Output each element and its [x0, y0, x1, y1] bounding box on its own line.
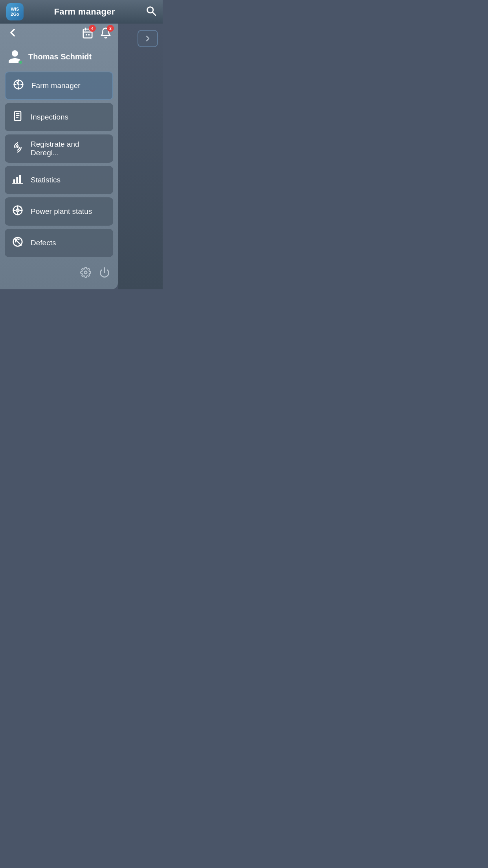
app-logo[interactable]: WIS 2Go: [6, 3, 24, 20]
registrate-icon: [11, 142, 24, 156]
menu-list: Farm manager Inspections: [0, 72, 118, 262]
farm-manager-icon: [12, 79, 25, 93]
search-icon[interactable]: [145, 5, 156, 18]
header: WIS 2Go Farm manager: [0, 0, 163, 24]
logo-line2: 2Go: [11, 12, 19, 17]
next-button[interactable]: [138, 30, 158, 47]
logo-line1: WIS: [11, 7, 19, 12]
page-title: Farm manager: [54, 7, 115, 17]
svg-point-9: [18, 83, 20, 85]
settings-button[interactable]: [80, 267, 91, 281]
calendar-button[interactable]: 4: [82, 27, 94, 40]
main-content: 4 2 Thomas: [0, 24, 163, 289]
sidebar-topbar: 4 2: [0, 24, 118, 44]
statistics-label: Statistics: [31, 176, 61, 184]
defects-label: Defects: [31, 239, 56, 247]
sidebar-item-statistics[interactable]: Statistics: [5, 166, 113, 194]
statistics-icon: [11, 173, 24, 188]
topbar-icons: 4 2: [82, 27, 112, 40]
inspections-label: Inspections: [31, 113, 68, 121]
notifications-button[interactable]: 2: [100, 27, 112, 40]
svg-text:?: ?: [17, 208, 19, 212]
inspections-icon: [11, 110, 24, 124]
farm-manager-label: Farm manager: [31, 81, 81, 90]
avatar: [6, 48, 24, 65]
calendar-badge: 4: [89, 25, 96, 32]
svg-point-14: [17, 147, 18, 148]
sidebar: 4 2 Thomas: [0, 24, 118, 289]
power-plant-icon: ?: [11, 204, 24, 219]
sidebar-item-defects[interactable]: Defects: [5, 229, 113, 257]
sidebar-footer: [0, 262, 118, 285]
sidebar-item-farm-manager[interactable]: Farm manager: [5, 72, 113, 100]
sidebar-item-inspections[interactable]: Inspections: [5, 103, 113, 131]
power-button[interactable]: [99, 267, 110, 281]
sidebar-item-registrate[interactable]: Registrate and Deregi...: [5, 134, 113, 163]
svg-rect-15: [13, 179, 15, 183]
user-name: Thomas Schmidt: [28, 52, 92, 61]
defects-icon: [11, 236, 24, 250]
registrate-label: Registrate and Deregi...: [31, 140, 107, 157]
online-status-dot: [18, 60, 23, 64]
svg-rect-17: [19, 175, 21, 183]
user-section: Thomas Schmidt: [0, 44, 118, 72]
notifications-badge: 2: [107, 25, 114, 32]
svg-point-24: [84, 271, 87, 274]
back-button[interactable]: [6, 26, 19, 42]
power-plant-label: Power plant status: [31, 207, 92, 216]
sidebar-item-power-plant[interactable]: ? Power plant status: [5, 197, 113, 226]
svg-rect-7: [88, 34, 90, 36]
right-panel: [118, 24, 163, 289]
svg-rect-16: [16, 177, 18, 183]
svg-rect-6: [86, 34, 87, 36]
svg-line-1: [152, 12, 156, 15]
